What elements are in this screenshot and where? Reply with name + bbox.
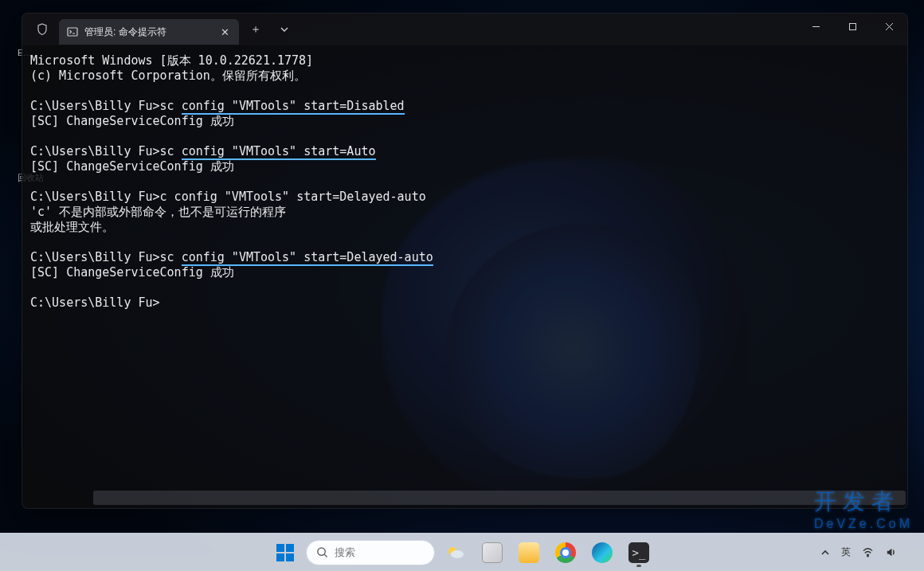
shield-icon (29, 18, 56, 41)
line: (c) Microsoft Corporation。保留所有权利。 (30, 68, 306, 83)
system-tray: 英 (819, 544, 919, 561)
command: config "VMTools" start=Auto (182, 144, 376, 160)
line: 'c' 不是内部或外部命令，也不是可运行的程序 (30, 205, 286, 219)
terminal-window: 管理员: 命令提示符 ✕ ＋ Microsoft Windows [版本 10.… (22, 13, 908, 509)
line: [SC] ChangeServiceConfig 成功 (30, 265, 234, 280)
task-view-button[interactable] (476, 537, 508, 569)
file-explorer-button[interactable] (513, 537, 545, 569)
line: C:\Users\Billy Fu>c config "VMTools" sta… (30, 190, 426, 204)
command: config "VMTools" start=Disabled (182, 99, 405, 115)
prompt: C:\Users\Billy Fu>sc (30, 144, 182, 158)
tab-close-button[interactable]: ✕ (219, 25, 231, 40)
watermark-line1: 开发者 (814, 489, 900, 514)
weather-icon (445, 542, 466, 563)
task-view-icon (482, 542, 503, 563)
svg-rect-2 (849, 23, 855, 29)
chrome-icon (555, 542, 576, 563)
prompt: C:\Users\Billy Fu>sc (30, 99, 182, 113)
start-button[interactable] (269, 537, 301, 569)
search-input[interactable] (335, 546, 425, 558)
cmd-icon (67, 26, 78, 37)
close-button[interactable] (871, 14, 907, 39)
line: 或批处理文件。 (30, 220, 114, 234)
line: Microsoft Windows [版本 10.0.22621.1778] (30, 53, 313, 68)
title-bar[interactable]: 管理员: 命令提示符 ✕ ＋ (22, 14, 907, 45)
svg-line-6 (324, 554, 327, 557)
svg-point-5 (318, 548, 325, 555)
windows-logo-icon (276, 544, 294, 561)
svg-point-9 (867, 555, 869, 557)
tab-dropdown-button[interactable] (272, 20, 296, 39)
command: config "VMTools" start=Delayed-auto (182, 250, 433, 266)
terminal-button[interactable]: >_ (623, 537, 655, 569)
tab-cmd[interactable]: 管理员: 命令提示符 ✕ (59, 19, 239, 45)
taskbar: >_ 英 (0, 533, 924, 571)
volume-icon[interactable] (883, 545, 899, 560)
taskbar-search[interactable] (306, 540, 435, 565)
svg-rect-0 (68, 28, 77, 36)
maximize-button[interactable] (834, 14, 871, 39)
watermark-line2: DeVZe.CoM (814, 517, 913, 531)
minimize-button[interactable] (797, 14, 834, 39)
terminal-output[interactable]: Microsoft Windows [版本 10.0.22621.1778] (… (22, 45, 907, 508)
chrome-button[interactable] (550, 537, 581, 569)
line: [SC] ChangeServiceConfig 成功 (30, 159, 234, 174)
weather-widget[interactable] (440, 537, 472, 569)
edge-button[interactable] (586, 537, 618, 569)
language-indicator[interactable]: 英 (840, 544, 852, 561)
folder-icon (519, 542, 539, 563)
watermark: 开发者 DeVZe.CoM (814, 487, 913, 531)
edge-icon (592, 542, 613, 563)
tab-title: 管理员: 命令提示符 (84, 25, 213, 39)
search-icon (316, 546, 328, 558)
prompt: C:\Users\Billy Fu>sc (30, 250, 182, 264)
terminal-icon: >_ (628, 542, 649, 563)
tray-overflow-button[interactable] (819, 546, 832, 559)
line: [SC] ChangeServiceConfig 成功 (30, 114, 234, 128)
svg-point-8 (451, 550, 464, 558)
network-icon[interactable] (860, 545, 875, 560)
horizontal-scrollbar[interactable] (93, 491, 906, 505)
prompt: C:\Users\Billy Fu> (30, 295, 160, 310)
new-tab-button[interactable]: ＋ (242, 19, 269, 40)
